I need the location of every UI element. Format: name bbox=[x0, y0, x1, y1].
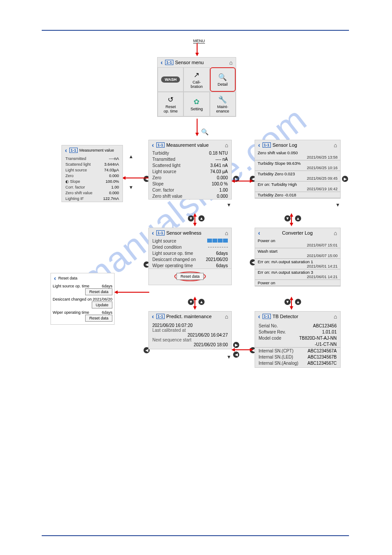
log-text: Wash start bbox=[258, 249, 338, 254]
log-text: Zero shift value 0.050 bbox=[258, 150, 338, 155]
label: Dried condition bbox=[152, 245, 182, 250]
back-button[interactable]: ‹ bbox=[257, 229, 262, 236]
panel-title: Sensor wellness bbox=[166, 230, 223, 236]
reset-data-button[interactable]: Reset data bbox=[85, 288, 112, 295]
calibration-button[interactable]: ↗Cali- bration bbox=[183, 67, 209, 92]
slot-tag: 1-1 bbox=[263, 314, 271, 319]
rows: Transmitted----nAScattered light3.644nAL… bbox=[62, 155, 122, 202]
svg-marker-11 bbox=[193, 223, 197, 226]
nav-up[interactable]: ▲ bbox=[295, 299, 301, 305]
dash-indicator bbox=[208, 247, 228, 247]
sensor-wellness-panel: ‹ 1-1 Sensor wellness ⌂ Light sourceDrie… bbox=[148, 228, 232, 285]
svg-marker-18 bbox=[193, 297, 197, 300]
value: 1.00 bbox=[111, 185, 119, 189]
value: 3.644nA bbox=[104, 162, 119, 167]
value: 2021/06/20 18:00 bbox=[152, 342, 228, 347]
back-button[interactable]: ‹ bbox=[53, 275, 58, 282]
reset-data-button[interactable]: Reset data bbox=[176, 273, 204, 280]
home-icon[interactable]: ⌂ bbox=[228, 59, 234, 66]
home-icon[interactable]: ⌂ bbox=[223, 230, 230, 236]
back-button[interactable]: ‹ bbox=[151, 313, 155, 320]
label: Desiccant changed on bbox=[53, 297, 92, 301]
nav-right[interactable]: ▶ bbox=[342, 176, 348, 182]
label: Scattered light bbox=[65, 162, 91, 167]
update-button[interactable]: Update bbox=[92, 301, 112, 308]
svg-marker-1 bbox=[195, 53, 199, 56]
value: 1.00 bbox=[219, 188, 228, 192]
value: 6days bbox=[216, 263, 228, 268]
svg-marker-14 bbox=[290, 223, 293, 226]
measurement-small-panel: ‹ 1-1 Measurement value Transmitted----n… bbox=[61, 145, 123, 202]
nav-up[interactable]: ▲ bbox=[198, 299, 205, 305]
home-icon[interactable]: ⌂ bbox=[332, 142, 338, 149]
value: 74.03µA bbox=[104, 168, 119, 172]
home-icon[interactable]: ⌂ bbox=[332, 313, 338, 320]
label: Light source op. time bbox=[53, 284, 90, 288]
rows: Serial No.ABC123456Software Rev.1.01.01M… bbox=[255, 321, 340, 367]
reset-data-highlight: Reset data bbox=[174, 272, 206, 281]
value bbox=[208, 245, 228, 250]
label: Light source bbox=[152, 239, 176, 243]
maintenance-button[interactable]: 🔧Maint- enance bbox=[210, 92, 236, 116]
home-icon[interactable]: ⌂ bbox=[223, 142, 230, 149]
back-button[interactable]: ‹ bbox=[159, 59, 164, 66]
log-text: Turbidity Zero -0.018 bbox=[258, 192, 338, 197]
back-button[interactable]: ‹ bbox=[64, 147, 68, 154]
label: ◐ Slope bbox=[65, 179, 80, 184]
log-text: Err on: mA output saturation 3 bbox=[258, 270, 338, 275]
value: 100.0% bbox=[105, 179, 119, 184]
log-date: 2021/06/01 14:21 bbox=[258, 264, 338, 268]
panel-title: Sensor Log bbox=[273, 142, 332, 148]
log-entries: Power on2021/06/07 15:01Wash start2021/0… bbox=[255, 238, 340, 286]
back-button[interactable]: ‹ bbox=[151, 141, 155, 149]
converter-log-panel: ‹ Converter Log ⌂ Power on2021/06/07 15:… bbox=[255, 228, 341, 287]
reset-op-time-button[interactable]: ↺Reset op. time bbox=[158, 92, 183, 116]
label: Transmitted bbox=[65, 156, 86, 161]
value: ABC1234567C bbox=[307, 361, 337, 366]
back-button[interactable]: ‹ bbox=[257, 313, 262, 320]
down-arrow[interactable]: ▼ bbox=[227, 202, 231, 207]
reset-data-button[interactable]: Reset data bbox=[85, 315, 112, 322]
home-icon[interactable]: ⌂ bbox=[223, 313, 230, 320]
measurement-panel: ‹ 1-1 Measurement value ⌂ Turbidity0.18 … bbox=[148, 140, 232, 200]
value: 74.03 µA bbox=[210, 169, 228, 174]
down-arrow[interactable]: ▼ bbox=[227, 354, 231, 359]
svg-marker-7 bbox=[231, 179, 235, 183]
value: 100.0 % bbox=[212, 181, 228, 186]
setting-button[interactable]: ✿Setting bbox=[183, 92, 209, 116]
nav-up[interactable]: ▲ bbox=[295, 215, 301, 221]
log-date: 2021/06/01 14:21 bbox=[258, 275, 338, 279]
nav-up[interactable]: ▲ bbox=[198, 215, 205, 221]
value: 0.000 bbox=[217, 175, 228, 180]
sensor-log-panel: ‹ 1-1 Sensor Log ⌂ Zero shift value 0.05… bbox=[255, 140, 341, 199]
down-arrow[interactable]: ▼ bbox=[335, 202, 340, 207]
down-arrow[interactable]: ▼ bbox=[129, 185, 133, 190]
label: Transmitted bbox=[152, 157, 175, 162]
svg-marker-25 bbox=[250, 348, 253, 352]
log-date: 2021/06/19 16:42 bbox=[258, 187, 338, 191]
value: 0.000 bbox=[109, 174, 119, 178]
log-date: 2021/06/25 09:45 bbox=[258, 176, 338, 181]
wash-button[interactable]: WASH bbox=[158, 67, 183, 92]
svg-marker-8 bbox=[250, 179, 253, 183]
value: ABC1234567B bbox=[308, 355, 337, 359]
log-date: 2021/06/07 15:01 bbox=[258, 243, 338, 247]
value: 0.000 bbox=[109, 191, 119, 195]
log-date: 2021/06/07 15:00 bbox=[258, 254, 338, 258]
slot-tag: 1-1 bbox=[263, 142, 271, 148]
label: Turbidity bbox=[152, 151, 169, 156]
value: 6days bbox=[216, 251, 228, 256]
predict-maintenance-panel: ‹ 1-1 Predict. maintenance ⌂ 2021/06/20 … bbox=[148, 311, 232, 349]
reset-data-popup: ‹ Reset data Light source op. time6daysR… bbox=[50, 273, 115, 325]
back-button[interactable]: ‹ bbox=[257, 141, 262, 149]
log-entries: Zero shift value 0.0502021/06/25 13:58Tu… bbox=[255, 150, 340, 198]
value: 122.7mA bbox=[103, 196, 119, 201]
back-button[interactable]: ‹ bbox=[151, 229, 155, 236]
up-arrow[interactable]: ▲ bbox=[129, 154, 133, 159]
magnify-icon: 🔍 bbox=[201, 128, 209, 135]
detail-button[interactable]: 🔍Detail bbox=[210, 67, 236, 92]
nav-alt[interactable]: ◀ bbox=[233, 352, 239, 358]
label: Light source bbox=[65, 168, 87, 172]
log-text: Power on bbox=[258, 280, 338, 285]
home-icon[interactable]: ⌂ bbox=[332, 230, 338, 236]
